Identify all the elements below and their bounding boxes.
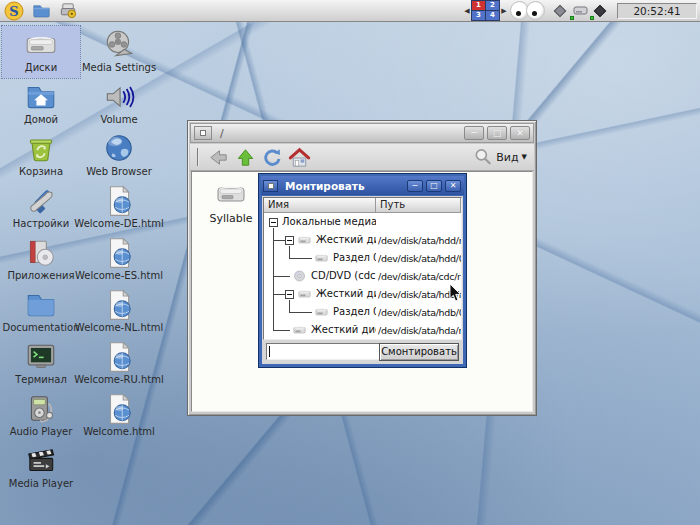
- fm-minimize-button[interactable]: ─: [464, 126, 484, 140]
- tree-row-4[interactable]: Жесткий диск/dev/disk/ata/hdb/raw: [264, 285, 461, 303]
- desktop-icon-welcome-nl-html[interactable]: Welcome-NL.html: [80, 286, 158, 338]
- desktop-icon-volume[interactable]: Volume: [80, 78, 158, 130]
- workspace-cell-2[interactable]: 2: [486, 1, 499, 10]
- desktop-icon-welcome-ru-html[interactable]: Welcome-RU.html: [80, 338, 158, 390]
- tree-row-1[interactable]: Жесткий диск/dev/disk/ata/hdd/raw: [264, 231, 461, 249]
- desktop-icon-label: Welcome-RU.html: [74, 374, 164, 385]
- workspace-next-icon[interactable]: ▶: [501, 7, 507, 15]
- tree-row-name: Раздел 0: [333, 306, 376, 317]
- tree-row-name: Жесткий диск: [316, 234, 376, 245]
- desktop-icon-label: Web Browser: [86, 166, 152, 177]
- workspace-prev-icon[interactable]: ◀: [464, 7, 470, 15]
- column-header-path[interactable]: Путь: [376, 198, 461, 213]
- tree-row-3[interactable]: CD/DVD (cdc)/dev/disk/ata/cdc/raw: [264, 267, 461, 285]
- fm-titlebar[interactable]: / ─ □ ✕: [190, 123, 534, 143]
- htmldoc-icon: [102, 184, 136, 218]
- refresh-button[interactable]: [259, 145, 286, 170]
- drive-small-icon[interactable]: [571, 2, 589, 20]
- desktop-icon-welcome-de-html[interactable]: Welcome-DE.html: [80, 182, 158, 234]
- syllable-logo-icon[interactable]: S: [4, 1, 24, 21]
- workspace-cell-1[interactable]: 1: [472, 1, 485, 10]
- desktop-icon-web-browser[interactable]: Web Browser: [80, 130, 158, 182]
- desktop-icon-media-settings[interactable]: Media Settings: [80, 26, 158, 78]
- fm-toolbar: Вид ▼: [190, 144, 534, 171]
- view-caret-icon[interactable]: ▼: [522, 153, 527, 161]
- taskbar-clock: 20:52:41: [617, 3, 697, 19]
- svg-text:S: S: [9, 3, 18, 18]
- expander-collapse-icon[interactable]: [285, 290, 294, 299]
- desktop-icon-label: Audio Player: [10, 426, 73, 437]
- dialog-minimize-button[interactable]: ─: [407, 180, 423, 192]
- drive-icon: [313, 251, 330, 265]
- search-icon[interactable]: [473, 147, 493, 167]
- dialog-titlebar[interactable]: Монтировать ─ □ ✕: [261, 176, 464, 195]
- globe-icon: [102, 132, 136, 166]
- tree-row-path: /dev/disk/ata/hdb/0: [378, 307, 461, 318]
- expander-collapse-icon[interactable]: [285, 236, 294, 245]
- mount-dialog-window: Монтировать ─ □ ✕ Имя Путь Локальные мед…: [258, 173, 467, 368]
- clapper-icon: [24, 444, 58, 478]
- expander-collapse-icon[interactable]: [269, 218, 278, 227]
- device-tree[interactable]: Имя Путь Локальные медиаЖесткий диск/dev…: [263, 197, 462, 340]
- desktop-icon-audio-player[interactable]: Audio Player: [2, 390, 80, 442]
- dialog-window-menu-icon[interactable]: [263, 180, 278, 192]
- mouse-cursor: [449, 283, 462, 306]
- speaker-icon: [102, 80, 136, 114]
- fm-window-menu-icon[interactable]: [194, 126, 212, 140]
- desktop-icon-диски[interactable]: Диски: [2, 26, 80, 78]
- tree-row-path: /dev/disk/ata/cdc/raw: [378, 271, 461, 282]
- desktop-icon-media-player[interactable]: Media Player: [2, 442, 80, 494]
- workspace-cell-3[interactable]: 3: [472, 11, 485, 20]
- dialog-close-button[interactable]: ✕: [445, 180, 461, 192]
- back-button[interactable]: [205, 145, 232, 170]
- desktop-icon-приложения[interactable]: Приложения: [2, 234, 80, 286]
- desktop-icon-label: Корзина: [19, 166, 63, 177]
- desktop-icon-label: Welcome-NL.html: [75, 322, 163, 333]
- dialog-title: Монтировать: [285, 180, 365, 192]
- view-dropdown[interactable]: Вид: [496, 151, 518, 164]
- diamond-dark-icon[interactable]: [591, 2, 609, 20]
- fm-maximize-button[interactable]: □: [487, 126, 507, 140]
- desktop-icon-label: Приложения: [7, 270, 74, 281]
- drive-icon: [24, 28, 58, 62]
- folder-icon[interactable]: [31, 1, 51, 21]
- desktop-icon-label: Media Player: [9, 478, 73, 489]
- desktop-icon-documentation[interactable]: Documentation: [2, 286, 80, 338]
- folderhome-icon: [24, 80, 58, 114]
- printer-icon[interactable]: [58, 1, 78, 21]
- htmldoc-icon: [102, 236, 136, 270]
- htmldoc-icon: [102, 392, 136, 426]
- mount-button[interactable]: Смонтировать: [379, 343, 459, 361]
- tree-row-name: Жесткий диск: [311, 324, 376, 335]
- desktop-icon-welcome-html[interactable]: Welcome.html: [80, 390, 158, 442]
- desktop-icon-терминал[interactable]: Терминал: [2, 338, 80, 390]
- tools-icon: [24, 184, 58, 218]
- taskbar: S ◀ 1234 ▶ 20:52:41: [0, 0, 700, 22]
- folder-big-icon: [24, 288, 58, 322]
- diamond-icon[interactable]: [551, 2, 569, 20]
- desktop-icon-label: Welcome.html: [83, 426, 155, 437]
- desktop-icon-welcome-es-html[interactable]: Welcome-ES.html: [80, 234, 158, 286]
- taskbar-status-icons: [551, 2, 609, 20]
- terminal-icon: [24, 340, 58, 374]
- dialog-body: Имя Путь Локальные медиаЖесткий диск/dev…: [262, 196, 463, 364]
- drive-icon: [291, 323, 308, 337]
- desktop-icon-корзина[interactable]: Корзина: [2, 130, 80, 182]
- htmldoc-icon: [102, 288, 136, 322]
- tree-row-6[interactable]: Жесткий диск/dev/disk/ata/hda/raw: [264, 321, 461, 339]
- fm-item-syllable[interactable]: Syllable: [200, 178, 262, 225]
- mount-path-input[interactable]: [266, 343, 381, 360]
- toolbar-drag-handle[interactable]: [197, 148, 199, 166]
- workspace-cell-4[interactable]: 4: [486, 11, 499, 20]
- column-header-name[interactable]: Имя: [264, 198, 376, 213]
- tree-row-0[interactable]: Локальные медиа: [264, 213, 461, 231]
- tree-row-path: /dev/disk/ata/hdd/0: [378, 253, 461, 264]
- desktop-icon-настройки[interactable]: Настройки: [2, 182, 80, 234]
- desktop-icon-label: Media Settings: [82, 62, 156, 73]
- dialog-maximize-button[interactable]: □: [426, 180, 442, 192]
- home-button[interactable]: [286, 145, 313, 170]
- desktop-icon-label: Welcome-DE.html: [74, 218, 163, 229]
- desktop-icon-домой[interactable]: Домой: [2, 78, 80, 130]
- up-button[interactable]: [232, 145, 259, 170]
- fm-close-button[interactable]: ✕: [510, 126, 530, 140]
